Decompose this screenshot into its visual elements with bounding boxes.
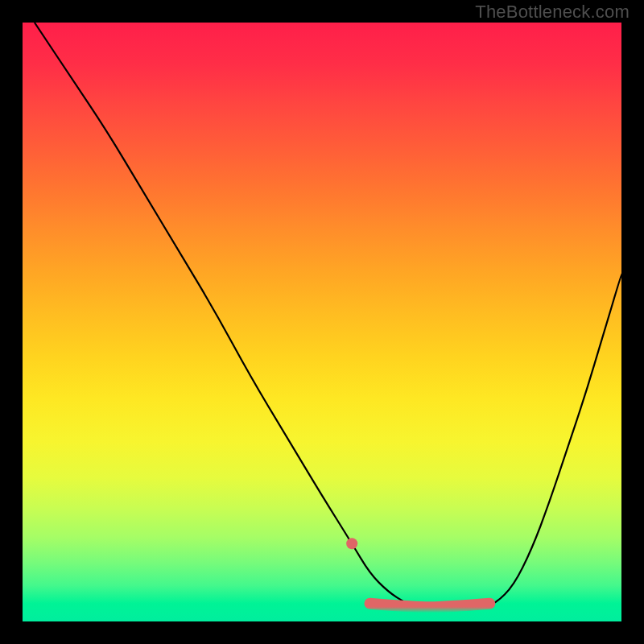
plot-area xyxy=(23,23,621,621)
bottleneck-curve xyxy=(35,23,621,609)
watermark-text: TheBottleneck.com xyxy=(475,2,630,23)
bottleneck-curve-svg xyxy=(23,23,621,621)
chart-frame: TheBottleneck.com xyxy=(0,0,644,644)
green-baseline-strip xyxy=(23,607,621,621)
highlight-dot xyxy=(346,538,357,549)
